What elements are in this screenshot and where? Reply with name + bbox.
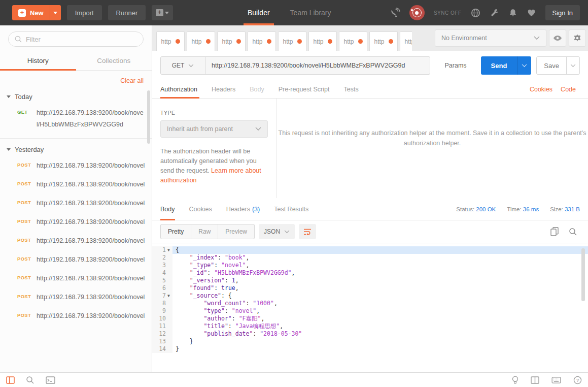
tab-authorization[interactable]: Authorization — [160, 80, 204, 98]
search-response-button[interactable] — [566, 224, 580, 239]
request-tab[interactable]: http — [187, 31, 215, 51]
toggle-sidebar-button[interactable] — [6, 376, 15, 384]
code-line[interactable]: 1▼{ — [152, 246, 588, 254]
history-item[interactable]: POSThttp://192.168.79.138:9200/book/nove… — [0, 214, 152, 233]
send-button[interactable]: Send — [481, 56, 532, 75]
code-line[interactable]: 14} — [152, 345, 588, 353]
sync-status-icon[interactable] — [409, 5, 425, 20]
code-line[interactable]: 12 "publish_date": "2018-05-30" — [152, 330, 588, 338]
tab-response-cookies-label: Cookies — [189, 206, 212, 213]
params-button[interactable]: Params — [435, 62, 475, 69]
save-dropdown-button[interactable] — [566, 57, 579, 74]
tab-team-library[interactable]: Team Library — [290, 0, 331, 25]
globe-icon[interactable] — [471, 8, 480, 18]
history-item[interactable]: POSThttp://192.168.79.138:9200/book/nove… — [0, 195, 152, 214]
code-line[interactable]: 10 "author": "F嘉阳", — [152, 315, 588, 322]
code-line[interactable]: 6 "found": true, — [152, 284, 588, 292]
code-link[interactable]: Code — [557, 80, 580, 98]
console-button[interactable] — [46, 376, 55, 384]
code-line[interactable]: 11 "title": "Java编程思想", — [152, 322, 588, 330]
history-section-header[interactable]: Today — [0, 88, 152, 105]
satellite-icon[interactable] — [389, 8, 400, 18]
tab-builder[interactable]: Builder — [248, 0, 270, 25]
new-button[interactable]: + New — [12, 5, 61, 20]
request-editor-tabs: Authorization Headers Body Pre-request S… — [152, 80, 588, 99]
format-select[interactable]: JSON — [259, 224, 295, 239]
tab-pre-request-script[interactable]: Pre-request Script — [271, 80, 337, 98]
history-item[interactable]: POSThttp://192.168.79.138:9200/book/nove… — [0, 308, 152, 327]
code-line[interactable]: 9 "type": "novel", — [152, 307, 588, 315]
tab-response-headers[interactable]: Headers(3) — [219, 198, 267, 220]
code-line[interactable]: 3 "_type": "novel", — [152, 262, 588, 269]
history-item[interactable]: GEThttp://192.168.79.138:9200/book/novel… — [0, 105, 152, 135]
clear-all-link[interactable]: Clear all — [120, 77, 144, 84]
keyboard-icon — [551, 377, 561, 383]
tab-collections[interactable]: Collections — [76, 52, 152, 70]
auth-type-select[interactable]: Inherit auth from parent — [160, 120, 268, 138]
fold-toggle-icon[interactable]: ▼ — [166, 246, 171, 254]
sidebar-scrollbar[interactable] — [147, 90, 150, 144]
view-mode-raw[interactable]: Raw — [191, 224, 218, 239]
code-line[interactable]: 7▼ "_source": { — [152, 292, 588, 300]
two-pane-view-button[interactable] — [531, 376, 539, 384]
tab-test-results[interactable]: Test Results — [267, 198, 316, 220]
code-line[interactable]: 2 "_index": "book", — [152, 254, 588, 262]
history-item[interactable]: POSThttp://192.168.79.138:9200/book/nove… — [0, 289, 152, 308]
new-window-button[interactable]: + — [152, 5, 173, 20]
request-tab[interactable]: http — [217, 31, 246, 51]
request-tab[interactable]: http — [156, 31, 185, 51]
copy-response-button[interactable] — [547, 224, 562, 239]
request-tab[interactable]: http — [278, 31, 306, 51]
history-item[interactable]: POSThttp://192.168.79.138:9200/book/nove… — [0, 176, 152, 195]
tab-response-body[interactable]: Body — [160, 198, 182, 220]
code-line[interactable]: 5 "_version": 1, — [152, 277, 588, 284]
method-select[interactable]: GET — [161, 57, 205, 74]
view-mode-preview[interactable]: Preview — [218, 224, 254, 239]
tips-button[interactable] — [512, 376, 518, 384]
code-line[interactable]: 4 "_id": "H5LbbWMBzFxBPWV2GG9d", — [152, 269, 588, 277]
view-mode-pretty[interactable]: Pretty — [161, 224, 191, 239]
new-dropdown-button[interactable] — [50, 5, 61, 20]
response-body-viewer[interactable]: 1▼{2 "_index": "book",3 "_type": "novel"… — [152, 243, 588, 372]
request-tab[interactable]: http — [308, 31, 337, 51]
chevron-down-icon — [255, 127, 261, 131]
bell-icon[interactable] — [508, 8, 517, 18]
history-section-header[interactable]: Yesterday — [0, 141, 152, 157]
history-item[interactable]: POSThttp://192.168.79.138:9200/book/nove… — [0, 270, 152, 289]
help-button[interactable]: ? — [573, 376, 582, 384]
cookies-link-label: Cookies — [530, 86, 552, 93]
import-button[interactable]: Import — [67, 5, 102, 20]
code-line[interactable]: 8 "word_count": "1000", — [152, 300, 588, 307]
request-tab[interactable]: http — [248, 31, 276, 51]
cookies-link[interactable]: Cookies — [526, 80, 557, 98]
tab-history[interactable]: History — [0, 52, 76, 70]
wrap-lines-button[interactable] — [299, 224, 316, 239]
history-item[interactable]: POSThttp://192.168.79.138:9200/book/nove… — [0, 233, 152, 251]
wrench-icon[interactable] — [490, 8, 499, 18]
save-button[interactable]: Save — [536, 56, 580, 75]
filter-input[interactable] — [8, 31, 144, 47]
url-input[interactable] — [205, 57, 430, 74]
tab-response-cookies[interactable]: Cookies — [182, 198, 219, 220]
history-item[interactable]: POSThttp://192.168.79.138:9200/book/nove… — [0, 251, 152, 270]
tab-headers[interactable]: Headers — [204, 80, 243, 98]
shortcuts-button[interactable] — [551, 377, 561, 383]
history-item[interactable]: POSThttp://192.168.79.138:9200/book/nove… — [0, 157, 152, 176]
send-dropdown-button[interactable] — [517, 56, 531, 75]
search-button[interactable] — [26, 376, 34, 384]
heart-icon[interactable] — [527, 8, 536, 17]
code-line[interactable]: 13 } — [152, 338, 588, 345]
environment-settings-button[interactable] — [569, 29, 586, 47]
runner-button[interactable]: Runner — [108, 5, 146, 20]
line-gutter: 14 — [152, 345, 172, 353]
request-tab[interactable]: http — [369, 31, 398, 51]
response-scrollbar[interactable] — [581, 248, 585, 301]
fold-toggle-icon[interactable]: ▼ — [166, 292, 171, 300]
request-tab[interactable]: http — [339, 31, 367, 51]
request-tab[interactable]: http — [400, 31, 412, 51]
sign-in-button[interactable]: Sign In — [545, 5, 580, 20]
tab-tests[interactable]: Tests — [336, 80, 365, 98]
environment-select[interactable]: No Environment — [435, 29, 546, 47]
environment-quick-look-button[interactable] — [549, 29, 566, 47]
tab-body[interactable]: Body — [243, 80, 271, 98]
